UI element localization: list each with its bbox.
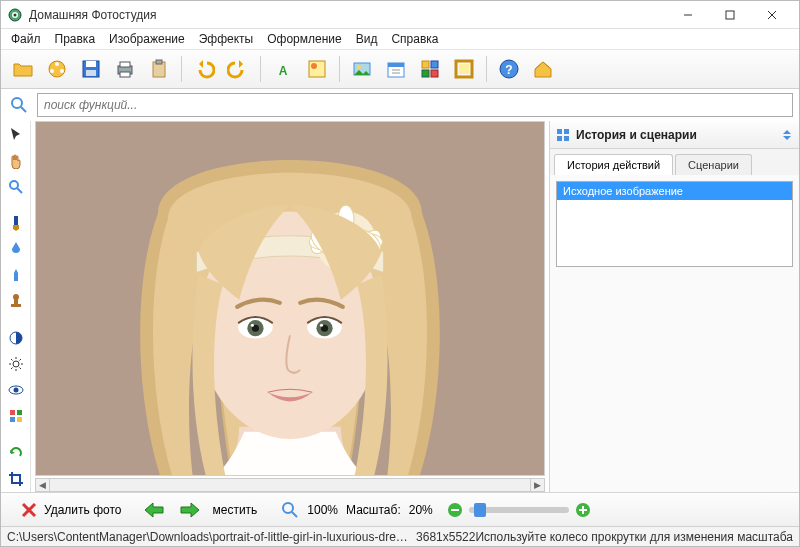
minimize-button[interactable] bbox=[667, 2, 709, 28]
right-panel-tabs: История действий Сценарии bbox=[550, 149, 799, 175]
search-input[interactable] bbox=[37, 93, 793, 117]
svg-rect-15 bbox=[120, 62, 130, 67]
stamp-tool[interactable] bbox=[4, 291, 28, 312]
svg-line-53 bbox=[11, 367, 13, 369]
brush-tool[interactable] bbox=[4, 213, 28, 234]
svg-text:?: ? bbox=[505, 63, 512, 77]
prev-image-button[interactable] bbox=[140, 498, 168, 522]
history-panel-icon bbox=[556, 128, 570, 142]
svg-rect-58 bbox=[17, 410, 22, 415]
menu-view[interactable]: Вид bbox=[350, 30, 384, 48]
help-button[interactable]: ? bbox=[493, 53, 525, 85]
pointer-tool[interactable] bbox=[4, 124, 28, 145]
left-tool-strip bbox=[1, 121, 31, 492]
zoom-100-label[interactable]: 100% bbox=[307, 503, 338, 517]
scroll-right-arrow[interactable]: ▶ bbox=[530, 479, 544, 491]
svg-text:A: A bbox=[279, 64, 288, 78]
rotate-tool[interactable] bbox=[4, 442, 28, 463]
insert-image-button[interactable] bbox=[346, 53, 378, 85]
sun-tool[interactable] bbox=[4, 353, 28, 374]
svg-line-89 bbox=[292, 512, 297, 517]
tab-scenarios[interactable]: Сценарии bbox=[675, 154, 752, 175]
svg-rect-59 bbox=[10, 417, 15, 422]
image-canvas[interactable] bbox=[35, 121, 545, 476]
zoom-slider[interactable] bbox=[469, 507, 569, 513]
menu-file[interactable]: Файл bbox=[5, 30, 47, 48]
search-bar bbox=[1, 89, 799, 121]
svg-rect-84 bbox=[557, 136, 562, 141]
spray-tool[interactable] bbox=[4, 265, 28, 286]
menu-effects[interactable]: Эффекты bbox=[193, 30, 260, 48]
menu-image[interactable]: Изображение bbox=[103, 30, 191, 48]
horizontal-scrollbar[interactable]: ◀ ▶ bbox=[35, 478, 545, 492]
calendar-button[interactable] bbox=[380, 53, 412, 85]
svg-rect-30 bbox=[422, 70, 429, 77]
svg-rect-28 bbox=[422, 61, 429, 68]
window-title: Домашняя Фотостудия bbox=[29, 8, 667, 22]
svg-point-38 bbox=[10, 181, 18, 189]
search-icon bbox=[7, 93, 31, 117]
history-list[interactable]: Исходное изображение bbox=[556, 181, 793, 267]
svg-rect-44 bbox=[11, 304, 21, 307]
fill-button[interactable] bbox=[301, 53, 333, 85]
bottom-bar: Удалить фото местить 100% Масштаб: 20% bbox=[1, 492, 799, 526]
text-button[interactable]: A bbox=[267, 53, 299, 85]
tab-history[interactable]: История действий bbox=[554, 154, 673, 175]
status-hint: Используйте колесо прокрутки для изменен… bbox=[475, 530, 793, 544]
zoom-slider-knob[interactable] bbox=[474, 503, 486, 517]
right-panel: История и сценарии История действий Сцен… bbox=[549, 121, 799, 492]
svg-point-9 bbox=[50, 69, 54, 73]
svg-point-81 bbox=[320, 324, 323, 327]
svg-rect-25 bbox=[388, 63, 404, 67]
maximize-button[interactable] bbox=[709, 2, 751, 28]
home-button[interactable] bbox=[527, 53, 559, 85]
open-button[interactable] bbox=[7, 53, 39, 85]
collage-button[interactable] bbox=[414, 53, 446, 85]
contrast-tool[interactable] bbox=[4, 327, 28, 348]
svg-point-36 bbox=[12, 98, 22, 108]
delete-photo-button[interactable]: Удалить фото bbox=[9, 496, 132, 524]
menu-design[interactable]: Оформление bbox=[261, 30, 347, 48]
svg-point-10 bbox=[60, 69, 64, 73]
print-button[interactable] bbox=[109, 53, 141, 85]
frame-button[interactable] bbox=[448, 53, 480, 85]
zoom-out-button[interactable] bbox=[447, 502, 463, 518]
svg-line-39 bbox=[17, 188, 22, 193]
save-button[interactable] bbox=[75, 53, 107, 85]
undo-button[interactable] bbox=[188, 53, 220, 85]
menu-help[interactable]: Справка bbox=[385, 30, 444, 48]
svg-point-56 bbox=[13, 387, 18, 392]
color-tool[interactable] bbox=[4, 405, 28, 426]
zoom-100-icon[interactable] bbox=[281, 501, 299, 519]
film-button[interactable] bbox=[41, 53, 73, 85]
scale-value: 20% bbox=[409, 503, 439, 517]
status-bar: C:\Users\ContentManager\Downloads\portra… bbox=[1, 526, 799, 546]
panel-collapse-icon[interactable] bbox=[781, 129, 793, 141]
svg-rect-13 bbox=[86, 70, 96, 76]
svg-line-52 bbox=[19, 367, 21, 369]
fit-label[interactable]: местить bbox=[212, 503, 257, 517]
svg-rect-43 bbox=[14, 299, 18, 304]
clipboard-button[interactable] bbox=[143, 53, 175, 85]
droplet-tool[interactable] bbox=[4, 239, 28, 260]
svg-rect-41 bbox=[14, 273, 18, 281]
svg-line-51 bbox=[11, 359, 13, 361]
crop-tool[interactable] bbox=[4, 468, 28, 489]
redo-button[interactable] bbox=[222, 53, 254, 85]
zoom-tool[interactable] bbox=[4, 176, 28, 197]
menu-edit[interactable]: Правка bbox=[49, 30, 102, 48]
close-button[interactable] bbox=[751, 2, 793, 28]
zoom-in-button[interactable] bbox=[575, 502, 591, 518]
eye-tool[interactable] bbox=[4, 379, 28, 400]
svg-point-8 bbox=[55, 62, 59, 66]
svg-rect-31 bbox=[431, 70, 438, 77]
menubar: Файл Правка Изображение Эффекты Оформлен… bbox=[1, 29, 799, 49]
next-image-button[interactable] bbox=[176, 498, 204, 522]
scroll-left-arrow[interactable]: ◀ bbox=[36, 479, 50, 491]
main-area: ◀ ▶ История и сценарии История действий … bbox=[1, 121, 799, 492]
right-panel-title: История и сценарии bbox=[576, 128, 775, 142]
history-item[interactable]: Исходное изображение bbox=[557, 182, 792, 200]
svg-point-80 bbox=[251, 324, 254, 327]
delete-label: Удалить фото bbox=[44, 503, 121, 517]
hand-tool[interactable] bbox=[4, 150, 28, 171]
